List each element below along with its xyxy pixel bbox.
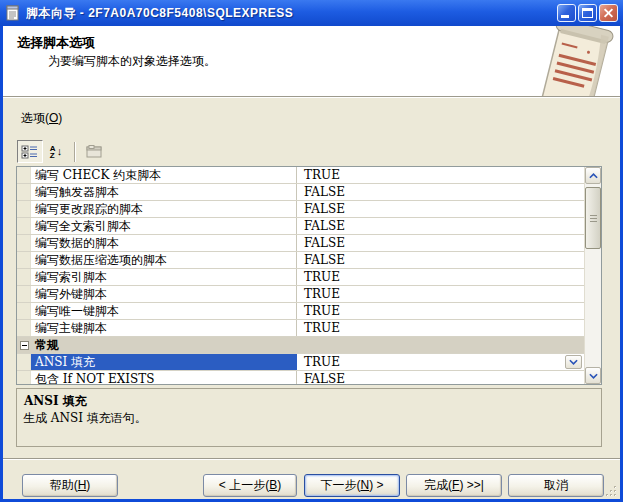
property-value[interactable]: TRUE	[297, 303, 584, 319]
row-indent	[17, 354, 31, 370]
property-row[interactable]: 编写 CHECK 约束脚本TRUE	[17, 167, 584, 184]
property-value[interactable]: FALSE	[297, 252, 584, 268]
value-dropdown-button[interactable]	[565, 355, 582, 369]
property-pages-button	[81, 140, 107, 163]
property-value[interactable]: FALSE	[297, 371, 584, 384]
categorized-button[interactable]	[17, 140, 43, 163]
row-indent	[17, 252, 31, 268]
scroll-watermark-image	[528, 26, 620, 96]
property-name[interactable]: 编写索引脚本	[31, 269, 297, 285]
down-arrow-icon: ↓	[57, 146, 63, 157]
property-row[interactable]: 编写主键脚本TRUE	[17, 320, 584, 337]
thumb-grip-icon	[590, 215, 597, 223]
maximize-button[interactable]	[578, 4, 597, 22]
category-label: 常规	[35, 337, 59, 354]
property-value[interactable]: TRUE	[297, 354, 584, 370]
chevron-up-icon	[589, 173, 598, 179]
chevron-down-icon	[589, 373, 598, 379]
property-row[interactable]: ANSI 填充TRUE	[17, 354, 584, 371]
vertical-scrollbar[interactable]	[584, 167, 601, 384]
row-indent	[17, 371, 31, 384]
row-indent	[17, 320, 31, 336]
property-value[interactable]: FALSE	[297, 235, 584, 251]
property-name[interactable]: 编写主键脚本	[31, 320, 297, 336]
property-name[interactable]: 编写全文索引脚本	[31, 218, 297, 234]
scroll-track[interactable]	[585, 184, 601, 367]
window-title: 脚本向导 - 2F7A0A70C8F5408\SQLEXPRESS	[26, 5, 555, 22]
toolbar-separator	[74, 142, 76, 162]
page-title: 选择脚本选项	[17, 34, 95, 52]
category-row[interactable]: 常规	[17, 337, 584, 354]
description-text: 生成 ANSI 填充语句。	[23, 410, 147, 427]
bottom-separator	[3, 458, 620, 460]
property-pages-icon	[85, 145, 103, 159]
property-row[interactable]: 包含 If NOT EXISTSFALSE	[17, 371, 584, 384]
wizard-banner: 选择脚本选项 为要编写脚本的对象选择选项。	[3, 26, 620, 96]
next-button[interactable]: 下一步(N) >	[304, 474, 400, 497]
property-row[interactable]: 编写更改跟踪的脚本FALSE	[17, 201, 584, 218]
close-button[interactable]	[599, 4, 618, 22]
collapse-minus-icon[interactable]	[20, 341, 29, 350]
property-value[interactable]: FALSE	[297, 184, 584, 200]
row-indent	[17, 235, 31, 251]
property-name[interactable]: 编写数据压缩选项的脚本	[31, 252, 297, 268]
property-row[interactable]: 编写索引脚本TRUE	[17, 269, 584, 286]
property-row[interactable]: 编写触发器脚本FALSE	[17, 184, 584, 201]
property-name[interactable]: 编写触发器脚本	[31, 184, 297, 200]
property-row[interactable]: 编写数据压缩选项的脚本FALSE	[17, 252, 584, 269]
property-value[interactable]: TRUE	[297, 167, 584, 183]
property-row[interactable]: 编写全文索引脚本FALSE	[17, 218, 584, 235]
property-value[interactable]: FALSE	[297, 218, 584, 234]
property-name[interactable]: 编写唯一键脚本	[31, 303, 297, 319]
property-value[interactable]: FALSE	[297, 201, 584, 217]
property-grid-toolbar: AZ ↓	[17, 139, 107, 164]
resize-grip-icon[interactable]	[605, 485, 618, 498]
row-indent	[17, 201, 31, 217]
page-subtitle: 为要编写脚本的对象选择选项。	[48, 53, 216, 70]
alphabetical-sort-button[interactable]: AZ ↓	[43, 140, 69, 163]
scroll-thumb[interactable]	[585, 187, 601, 249]
scroll-up-button[interactable]	[585, 167, 601, 184]
banner-separator	[3, 96, 620, 98]
row-indent	[17, 303, 31, 319]
back-button[interactable]: < 上一步(B)	[203, 474, 297, 497]
property-row[interactable]: 编写唯一键脚本TRUE	[17, 303, 584, 320]
property-name[interactable]: 包含 If NOT EXISTS	[31, 371, 297, 384]
minimize-button[interactable]	[557, 4, 576, 22]
minimize-icon	[561, 15, 569, 18]
property-value[interactable]: TRUE	[297, 269, 584, 285]
chevron-down-icon	[569, 359, 578, 365]
description-title: ANSI 填充	[24, 393, 87, 410]
maximize-icon	[582, 8, 593, 18]
property-name[interactable]: 编写外键脚本	[31, 286, 297, 302]
row-indent	[17, 184, 31, 200]
property-name[interactable]: 编写 CHECK 约束脚本	[31, 167, 297, 183]
row-indent	[17, 218, 31, 234]
property-row[interactable]: 编写外键脚本TRUE	[17, 286, 584, 303]
az-sort-icon: AZ ↓	[50, 145, 62, 159]
categorized-icon	[21, 144, 39, 160]
finish-button[interactable]: 完成(F) >>|	[406, 474, 502, 497]
wizard-app-icon	[5, 5, 21, 21]
row-indent	[17, 286, 31, 302]
property-name[interactable]: 编写数据的脚本	[31, 235, 297, 251]
description-panel: ANSI 填充 生成 ANSI 填充语句。	[16, 388, 602, 447]
property-value[interactable]: TRUE	[297, 286, 584, 302]
row-indent	[17, 167, 31, 183]
grid-rows: 编写 CHECK 约束脚本TRUE编写触发器脚本FALSE编写更改跟踪的脚本FA…	[17, 167, 584, 384]
title-bar: 脚本向导 - 2F7A0A70C8F5408\SQLEXPRESS	[0, 0, 623, 26]
property-name[interactable]: ANSI 填充	[31, 354, 297, 370]
property-grid: 编写 CHECK 约束脚本TRUE编写触发器脚本FALSE编写更改跟踪的脚本FA…	[16, 166, 602, 385]
scroll-down-button[interactable]	[585, 367, 601, 384]
property-name[interactable]: 编写更改跟踪的脚本	[31, 201, 297, 217]
help-button[interactable]: 帮助(H)	[22, 474, 118, 497]
property-value[interactable]: TRUE	[297, 320, 584, 336]
options-label: 选项(O)	[21, 110, 62, 127]
row-indent	[17, 269, 31, 285]
cancel-button[interactable]: 取消	[508, 474, 604, 497]
property-row[interactable]: 编写数据的脚本FALSE	[17, 235, 584, 252]
